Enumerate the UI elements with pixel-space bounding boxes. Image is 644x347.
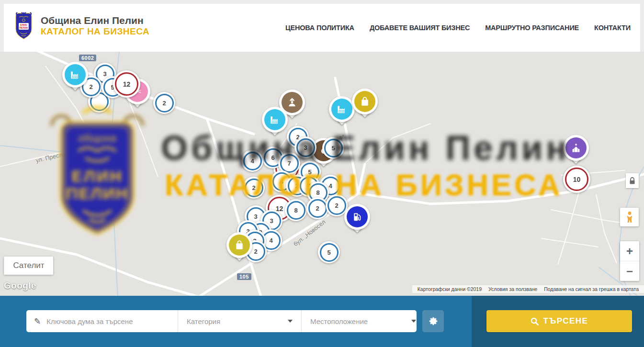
chevron-down-icon bbox=[288, 320, 293, 323]
cluster-marker[interactable]: 5 bbox=[322, 137, 344, 159]
location-select[interactable]: Местоположение bbox=[301, 310, 425, 332]
cluster-marker[interactable]: 4 bbox=[241, 150, 263, 172]
search-button-label: ТЪРСЕНЕ bbox=[543, 316, 588, 326]
cluster-marker[interactable]: 2 bbox=[306, 197, 328, 219]
map-type-satellite-button[interactable]: Сателит bbox=[4, 257, 53, 275]
map-canvas[interactable]: 133251222356475422748128223383432510✂600… bbox=[0, 52, 644, 296]
factory-poi-pin[interactable] bbox=[262, 107, 288, 138]
main-nav: ЦЕНОВА ПОЛИТИКА ДОБАВЕТЕ ВАШИЯТ БИЗНЕС М… bbox=[285, 4, 631, 52]
svg-text:ПЕЛИН: ПЕЛИН bbox=[19, 26, 28, 29]
search-button[interactable]: ТЪРСЕНЕ bbox=[486, 310, 632, 332]
pencil-icon: ✎ bbox=[34, 316, 41, 326]
road-number-badge: 105 bbox=[237, 273, 251, 280]
search-icon bbox=[531, 317, 539, 325]
cluster-marker[interactable]: 5 bbox=[318, 241, 340, 263]
advanced-settings-button[interactable] bbox=[422, 310, 444, 332]
fuel-pump-icon bbox=[351, 211, 363, 223]
zoom-control: + − bbox=[620, 241, 639, 281]
factory-poi-pin[interactable] bbox=[62, 62, 88, 93]
attribution-copyright: Картографски данни ©2019 bbox=[414, 286, 485, 292]
search-bar: ✎ Категория Местоположение ТЪРСЕНЕ bbox=[0, 296, 644, 347]
location-select-value: Местоположение bbox=[310, 317, 368, 325]
zoom-in-button[interactable]: + bbox=[620, 241, 639, 261]
report-error-link[interactable]: Подаване на сигнал за грешка в картата bbox=[541, 286, 642, 292]
factory-icon bbox=[269, 113, 281, 126]
pegman-control[interactable] bbox=[620, 208, 639, 226]
factory-icon bbox=[69, 68, 81, 81]
shopping-bag-icon bbox=[359, 95, 371, 108]
street-label: ул. Преслав bbox=[35, 150, 69, 164]
lock-icon bbox=[629, 177, 635, 185]
header: ЕЛИН ПЕЛИН Община Елин Пелин КАТАЛОГ НА … bbox=[4, 4, 640, 52]
municipality-emblem-icon: ЕЛИН ПЕЛИН bbox=[12, 11, 35, 40]
google-logo[interactable]: Google bbox=[4, 280, 36, 291]
nav-item-pricing[interactable]: ЦЕНОВА ПОЛИТИКА bbox=[285, 24, 354, 32]
nav-item-add-business[interactable]: ДОБАВЕТЕ ВАШИЯТ БИЗНЕС bbox=[370, 24, 470, 32]
chevron-down-icon bbox=[411, 320, 416, 323]
gear-icon bbox=[428, 316, 439, 326]
streetview-lock-button[interactable] bbox=[626, 173, 639, 188]
terms-link[interactable]: Условия за ползване bbox=[485, 286, 541, 292]
pegman-icon bbox=[624, 211, 635, 224]
logo-title: Община Елин Пелин bbox=[41, 15, 149, 26]
map-attribution: Картографски данни ©2019 Условия за полз… bbox=[412, 285, 644, 293]
bag-poi-pin[interactable] bbox=[352, 89, 378, 120]
nav-item-contacts[interactable]: КОНТАКТИ bbox=[594, 24, 631, 32]
zoom-out-button[interactable]: − bbox=[620, 261, 639, 281]
church-poi-pin[interactable] bbox=[563, 135, 589, 167]
cluster-marker[interactable]: 12 bbox=[113, 70, 140, 98]
shopping-bag-icon bbox=[233, 239, 246, 251]
church-icon bbox=[570, 142, 582, 154]
keyword-field: ✎ bbox=[26, 310, 178, 332]
keyword-input[interactable] bbox=[45, 317, 162, 326]
nav-item-route-schedule[interactable]: МАРШРУТНО РАЗПИСАНИЕ bbox=[485, 24, 579, 32]
cluster-marker[interactable]: 2 bbox=[243, 177, 265, 199]
logo-text: Община Елин Пелин КАТАЛОГ НА БИЗНЕСА bbox=[41, 15, 149, 37]
cluster-marker[interactable]: 8 bbox=[285, 199, 307, 221]
svg-text:ЕЛИН: ЕЛИН bbox=[20, 23, 27, 26]
bag-poi-pin[interactable] bbox=[226, 232, 252, 264]
search-group: ✎ Категория Местоположение bbox=[26, 310, 417, 332]
markers-layer: 133251222356475422748128223383432510✂600… bbox=[0, 52, 644, 296]
cluster-marker[interactable]: 10 bbox=[563, 166, 590, 193]
map-type-control: Карта Сателит bbox=[4, 257, 53, 275]
category-select-value: Категория bbox=[187, 317, 220, 325]
fuel-poi-pin[interactable] bbox=[344, 204, 370, 235]
road-number-badge: 6002 bbox=[79, 55, 96, 61]
cluster-marker[interactable]: 3 bbox=[294, 136, 316, 158]
category-select[interactable]: Категория bbox=[178, 310, 301, 332]
site-logo[interactable]: ЕЛИН ПЕЛИН Община Елин Пелин КАТАЛОГ НА … bbox=[12, 11, 149, 40]
cluster-marker[interactable]: 2 bbox=[153, 92, 175, 114]
logo-subtitle: КАТАЛОГ НА БИЗНЕСА bbox=[41, 26, 149, 37]
factory-icon bbox=[336, 103, 348, 115]
factory-poi-pin[interactable] bbox=[329, 96, 355, 128]
